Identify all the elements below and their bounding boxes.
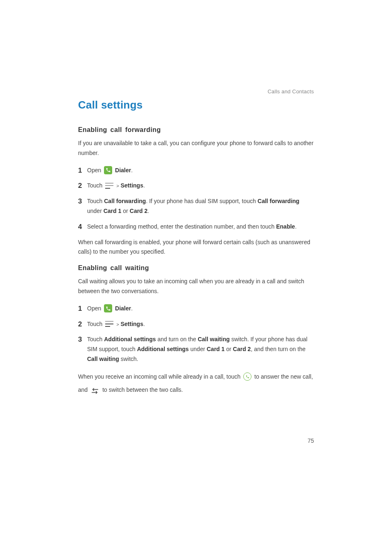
step-content: Select a forwarding method, enter the de…	[87, 222, 314, 232]
dialer-icon	[104, 166, 112, 174]
text: Select a forwarding method, enter the de…	[87, 223, 276, 230]
step-number: 4	[78, 222, 85, 232]
text: switch.	[119, 356, 138, 362]
page-title: Call settings	[78, 99, 314, 111]
text: . If your phone has dual SIM support, to…	[146, 198, 258, 204]
dialer-icon	[104, 304, 112, 312]
answer-call-icon	[243, 372, 251, 381]
text-bold: Call forwarding	[104, 198, 146, 204]
text: .	[131, 305, 133, 312]
text: to switch between the two calls.	[102, 386, 183, 393]
text-bold: Card 1	[104, 208, 122, 214]
chevron-text: >	[116, 183, 119, 188]
section-heading-forwarding: Enabling call forwarding	[78, 126, 314, 134]
step-content: Touch > Settings.	[87, 181, 314, 191]
text: Open	[87, 167, 101, 173]
text: .	[143, 321, 145, 327]
dialer-label: Dialer	[115, 167, 131, 173]
document-page: Calls and Contacts Call settings Enablin…	[0, 0, 392, 555]
text: , and then turn on the	[251, 346, 305, 352]
text: under	[87, 208, 104, 214]
text: .	[148, 208, 149, 214]
step-2b: 2 Touch > Settings.	[78, 319, 314, 329]
step-number: 2	[78, 319, 85, 329]
dialer-label: Dialer	[115, 305, 131, 312]
step-number: 2	[78, 181, 85, 191]
menu-icon	[105, 321, 113, 327]
text-bold: Additional settings	[104, 336, 156, 342]
text-bold: Call forwarding	[258, 198, 300, 204]
text: or	[121, 208, 129, 214]
text: Touch	[87, 336, 104, 342]
text-bold: Card 2	[130, 208, 148, 214]
text: Touch	[87, 198, 104, 204]
text: under	[189, 346, 207, 352]
header-crumb: Calls and Contacts	[78, 88, 314, 95]
text: Touch	[87, 182, 102, 189]
step-1b: 1 Open Dialer.	[78, 304, 314, 314]
settings-label: Settings	[120, 321, 143, 327]
step-number: 3	[78, 335, 85, 345]
text: .	[131, 167, 133, 173]
step-number: 1	[78, 166, 85, 176]
step-4: 4 Select a forwarding method, enter the …	[78, 222, 314, 232]
text-bold: Call waiting	[87, 356, 119, 362]
text-bold: Enable	[276, 223, 295, 230]
step-3: 3 Touch Call forwarding. If your phone h…	[78, 197, 314, 216]
text-bold: Call waiting	[198, 336, 230, 342]
section1-outro: When call forwarding is enabled, your ph…	[78, 238, 314, 257]
text: Touch	[87, 321, 102, 327]
step-content: Touch > Settings.	[87, 319, 314, 329]
text: and turn on the	[156, 336, 198, 342]
section1-intro: If you are unavailable to take a call, y…	[78, 139, 314, 158]
text-bold: Card 1	[207, 346, 225, 352]
step-number: 3	[78, 197, 85, 206]
text: .	[295, 223, 297, 230]
page-number: 75	[307, 437, 314, 444]
section2-outro: When you receive an incoming call while …	[78, 370, 314, 396]
swap-calls-icon	[90, 386, 99, 393]
chevron-text: >	[116, 322, 119, 327]
text-bold: Card 2	[233, 346, 251, 352]
menu-icon	[105, 183, 113, 189]
text: or	[225, 346, 233, 352]
text: When you receive an incoming call while …	[78, 373, 242, 380]
step-2: 2 Touch > Settings.	[78, 181, 314, 191]
step-3b: 3 Touch Additional settings and turn on …	[78, 335, 314, 364]
text-bold: Additional settings	[137, 346, 189, 352]
step-content: Open Dialer.	[87, 166, 314, 176]
step-1: 1 Open Dialer.	[78, 166, 314, 176]
step-content: Touch Additional settings and turn on th…	[87, 335, 314, 364]
text: Open	[87, 305, 101, 312]
settings-label: Settings	[120, 182, 143, 189]
section2-intro: Call waiting allows you to take an incom…	[78, 277, 314, 296]
section-heading-waiting: Enabling call waiting	[78, 264, 314, 272]
step-content: Touch Call forwarding. If your phone has…	[87, 197, 314, 216]
text: .	[143, 182, 145, 189]
step-number: 1	[78, 304, 85, 314]
step-content: Open Dialer.	[87, 304, 314, 314]
